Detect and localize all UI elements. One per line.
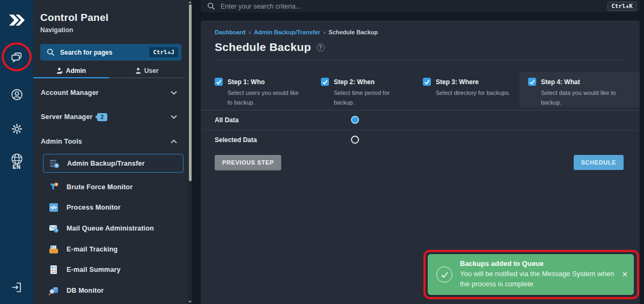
step-1-who: Step 1: Who Select users you would like … bbox=[201, 72, 310, 107]
breadcrumb-dashboard[interactable]: Dashboard bbox=[215, 29, 245, 35]
chevron-down-icon bbox=[171, 115, 177, 119]
navigation-panel: Control Panel Navigation Search for page… bbox=[33, 0, 192, 304]
chevron-up-icon bbox=[171, 139, 177, 144]
language-code: EN bbox=[0, 164, 33, 170]
user-circle-icon bbox=[10, 88, 24, 101]
step-1-checkbox[interactable] bbox=[215, 78, 223, 86]
document-icon bbox=[48, 264, 59, 275]
success-check-icon bbox=[436, 266, 452, 283]
toast-message: You will be notified via the Message Sys… bbox=[460, 269, 617, 290]
nav-item-process-monitor[interactable]: Process Monitor bbox=[43, 199, 184, 216]
option-row-selected-data: Selected Data bbox=[201, 130, 640, 150]
step-2-when: Step 2: When Select time period for back… bbox=[310, 72, 415, 107]
nav-item-admin-backup-transfer[interactable]: Admin Backup/Transfer bbox=[43, 154, 184, 173]
breadcrumb: Dashboard › Admin Backup/Transfer › Sche… bbox=[215, 29, 378, 35]
check-icon bbox=[424, 79, 430, 85]
option-row-all-data: All Data bbox=[201, 110, 640, 130]
chat-icon bbox=[10, 50, 24, 64]
toast-title: Backups added to Queue bbox=[460, 259, 617, 268]
nav-title: Control Panel bbox=[40, 12, 108, 24]
nav-item-brute-force-monitor[interactable]: Brute Force Monitor bbox=[43, 179, 184, 195]
logo-icon bbox=[8, 13, 25, 27]
steps-header: Step 1: Who Select users you would like … bbox=[201, 72, 640, 107]
nav-item-db-monitor[interactable]: DB Monitor bbox=[43, 283, 184, 299]
nav-tabs: Admin User bbox=[33, 64, 185, 78]
nav-search-shortcut: Ctrl+J bbox=[149, 47, 178, 57]
nav-subtitle: Navigation bbox=[40, 26, 73, 34]
all-data-radio[interactable] bbox=[351, 116, 359, 124]
schedule-button[interactable]: SCHEDULE bbox=[574, 155, 624, 170]
tab-admin[interactable]: Admin bbox=[33, 64, 109, 78]
check-icon bbox=[441, 271, 449, 278]
step-3-checkbox[interactable] bbox=[423, 78, 431, 86]
scroll-down-arrow[interactable] bbox=[188, 301, 192, 303]
scroll-up-arrow[interactable] bbox=[188, 1, 192, 3]
nav-item-mail-queue-administration[interactable]: Mail Queue Administration bbox=[43, 220, 184, 236]
tab-user[interactable]: User bbox=[109, 64, 185, 78]
check-icon bbox=[216, 79, 222, 85]
logout-button[interactable] bbox=[0, 281, 33, 294]
funnel-icon bbox=[48, 182, 59, 192]
check-icon bbox=[529, 79, 535, 85]
page-title: Schedule Backup bbox=[215, 41, 311, 54]
step-4-checkbox[interactable] bbox=[528, 78, 536, 86]
selected-data-radio[interactable] bbox=[351, 136, 359, 144]
messages-button[interactable] bbox=[0, 50, 33, 64]
search-icon bbox=[207, 2, 215, 10]
step-4-what: Step 4: What Select data you would like … bbox=[519, 72, 640, 107]
section-account-manager[interactable]: Account Manager bbox=[33, 85, 185, 101]
left-rail: EN bbox=[0, 0, 33, 304]
nav-scrollbar-thumb[interactable] bbox=[189, 4, 192, 181]
breadcrumb-current: Schedule Backup bbox=[328, 29, 378, 35]
nav-item-email-summary[interactable]: E-mail Summary bbox=[43, 262, 184, 278]
global-search-input[interactable] bbox=[221, 3, 608, 10]
account-button[interactable] bbox=[0, 88, 33, 101]
nav-scrollbar[interactable] bbox=[188, 0, 192, 304]
step-2-checkbox[interactable] bbox=[321, 78, 329, 86]
server-manager-badge: 2 bbox=[97, 113, 108, 121]
admin-user-icon bbox=[56, 68, 63, 74]
breadcrumb-admin-backup[interactable]: Admin Backup/Transfer bbox=[254, 29, 320, 35]
section-server-manager[interactable]: Server Manager 2 bbox=[33, 109, 185, 125]
search-icon bbox=[47, 48, 55, 56]
help-icon[interactable]: ? bbox=[317, 43, 325, 51]
db-search-icon bbox=[48, 285, 59, 296]
global-search-bar: Ctrl+K bbox=[201, 0, 640, 12]
gear-icon bbox=[10, 122, 24, 136]
previous-step-button[interactable]: PREVIOUS STEP bbox=[215, 155, 281, 170]
nav-item-email-tracking[interactable]: E-mail Tracking bbox=[43, 241, 184, 257]
chevron-down-icon bbox=[171, 91, 177, 95]
section-admin-tools[interactable]: Admin Tools bbox=[33, 134, 185, 150]
check-icon bbox=[322, 79, 328, 85]
mail-photo-icon bbox=[48, 244, 59, 255]
divider bbox=[215, 60, 626, 61]
logout-icon bbox=[10, 281, 23, 294]
global-search-shortcut: Ctrl+K bbox=[608, 2, 636, 11]
user-icon bbox=[135, 68, 141, 74]
tab-admin-label: Admin bbox=[66, 67, 86, 75]
success-toast: Backups added to Queue You will be notif… bbox=[428, 254, 634, 295]
settings-button[interactable] bbox=[0, 122, 33, 136]
nav-search-label: Search for pages bbox=[60, 49, 149, 56]
tab-user-label: User bbox=[144, 67, 159, 75]
nav-search-button[interactable]: Search for pages Ctrl+J bbox=[40, 44, 181, 61]
step-3-where: Step 3: Where Select directory for backu… bbox=[415, 72, 519, 107]
server-clock-icon bbox=[49, 158, 60, 169]
app-logo[interactable] bbox=[0, 13, 33, 27]
mail-clock-icon bbox=[48, 223, 59, 234]
toast-close-icon[interactable]: × bbox=[623, 270, 627, 279]
pulse-icon bbox=[48, 202, 59, 213]
